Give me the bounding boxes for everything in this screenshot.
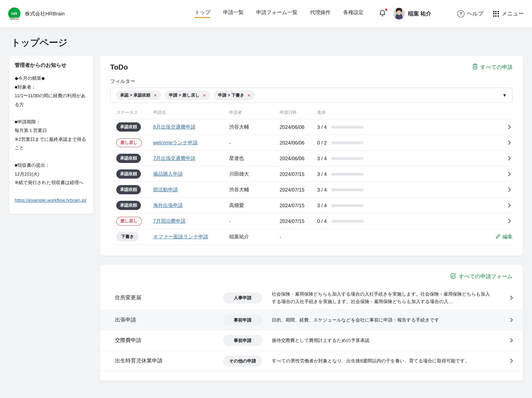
date-cell: 2024/06/06 bbox=[280, 140, 317, 145]
logo-wordmark: HRBrain bbox=[10, 18, 19, 20]
filter-chip-label: 申請 > 下書き bbox=[218, 93, 244, 98]
chevron-right-icon[interactable] bbox=[508, 294, 515, 301]
filter-chip-label: 申請 > 差し戻し bbox=[169, 93, 200, 98]
todo-row: 差し戻し7月宿泊費申請-2024/07/150 / 4 bbox=[110, 213, 513, 229]
edit-link[interactable]: 編集 bbox=[496, 234, 513, 240]
progress-text: 3 / 4 bbox=[317, 203, 327, 208]
nav-tab-proxy[interactable]: 代理操作 bbox=[310, 9, 330, 18]
applicant-cell: 渋谷大輔 bbox=[229, 187, 280, 193]
row-action-cell bbox=[508, 294, 515, 301]
applicant-cell: 星達也 bbox=[229, 155, 280, 162]
request-link[interactable]: 部活動申請 bbox=[153, 187, 178, 192]
row-action-cell bbox=[506, 155, 513, 162]
announcement-link[interactable]: https://example.workflow.hrbrain.jp/ bbox=[15, 196, 88, 205]
status-cell: 差し戻し bbox=[110, 138, 153, 147]
form-row[interactable]: 住所変更届人事申請社会保険・雇用保険どちらも加入する場合の入社手続きを実施します… bbox=[100, 286, 523, 310]
status-cell: 差し戻し bbox=[110, 217, 153, 225]
chevron-right-icon[interactable] bbox=[508, 358, 515, 364]
close-x-icon[interactable]: ✕ bbox=[154, 93, 157, 97]
progress-bar bbox=[331, 188, 364, 191]
request-link[interactable]: 備品購入申請 bbox=[153, 171, 183, 177]
form-description: 社会保険・雇用保険どちらも加入する場合の入社手続きを実施します。社会保険・雇用保… bbox=[268, 290, 501, 305]
request-link[interactable]: オファー面談ランチ申請 bbox=[153, 234, 208, 239]
progress-bar bbox=[331, 220, 364, 222]
progress-text: 3 / 4 bbox=[317, 124, 327, 130]
help-button[interactable]: ? ヘルプ bbox=[457, 10, 484, 17]
chevron-right-icon[interactable] bbox=[506, 139, 513, 146]
todo-title: ToDo bbox=[110, 63, 128, 71]
progress-bar bbox=[331, 125, 364, 128]
chevron-right-icon[interactable] bbox=[506, 202, 513, 209]
notification-bell-button[interactable] bbox=[378, 9, 387, 19]
nav-tab-applications[interactable]: 申請一覧 bbox=[223, 9, 244, 18]
column-header: 申請日時 bbox=[280, 110, 317, 116]
status-badge: 差し戻し bbox=[116, 138, 142, 147]
request-link[interactable]: 7月出張交通費申請 bbox=[153, 155, 196, 161]
status-badge: 下書き bbox=[116, 232, 139, 242]
help-label: ヘルプ bbox=[467, 10, 484, 17]
announcement-card: 管理者からのお知らせ ◆今月の精算◆■対象者：11/1〜11/30の間に経費の利… bbox=[9, 56, 94, 214]
nav-tab-application-forms[interactable]: 申請フォーム一覧 bbox=[256, 9, 298, 18]
form-category-badge: 事前申請 bbox=[223, 315, 262, 325]
request-name-cell: welcomeランチ申請 bbox=[153, 139, 229, 146]
progress-text: 3 / 4 bbox=[317, 171, 327, 177]
form-description: すべての男性労働者が対象となり、出生後8週間以内の子を養い、育てる場合に取得可能… bbox=[268, 357, 501, 365]
form-row[interactable]: 出生時育児休業申請その他の申請すべての男性労働者が対象となり、出生後8週間以内の… bbox=[100, 351, 523, 371]
applicant-cell: 川田雄大 bbox=[229, 171, 280, 177]
pencil-icon bbox=[496, 234, 501, 240]
chevron-right-icon[interactable] bbox=[506, 124, 513, 130]
close-x-icon[interactable]: ✕ bbox=[247, 93, 251, 97]
announcement-line: ※2営業日までに最終承認まで得ること bbox=[15, 135, 88, 152]
chevron-right-icon[interactable] bbox=[508, 317, 515, 323]
chevron-right-icon[interactable] bbox=[506, 155, 513, 162]
filter-chip: 申請 > 差し戻し✕ bbox=[165, 90, 210, 100]
request-name-cell: 部活動申請 bbox=[153, 187, 229, 193]
filter-bar[interactable]: 承認 > 承認依頼✕申請 > 差し戻し✕申請 > 下書き✕ ▼ bbox=[110, 88, 513, 103]
todo-row: 下書きオファー面談ランチ申請稲葉祐介-編集 bbox=[110, 229, 513, 245]
todo-row: 差し戻しwelcomeランチ申請-2024/06/060 / 2 bbox=[110, 135, 513, 151]
form-row[interactable]: 交際費申請事前申請接待交際費として費用計上するための予算承認 bbox=[100, 330, 523, 351]
column-header: 申請名 bbox=[153, 110, 229, 116]
status-badge: 承認依頼 bbox=[116, 185, 141, 194]
close-x-icon[interactable]: ✕ bbox=[203, 93, 206, 97]
all-applications-link[interactable]: すべての申請 bbox=[472, 63, 513, 71]
chevron-right-icon[interactable] bbox=[508, 337, 515, 344]
request-link[interactable]: 海外出張申請 bbox=[153, 202, 183, 208]
announcement-line: 12月2日(火) bbox=[15, 170, 88, 178]
status-cell: 承認依頼 bbox=[110, 169, 153, 179]
forms-card: すべての申請フォーム 住所変更届人事申請社会保険・雇用保険どちらも加入する場合の… bbox=[100, 265, 523, 381]
menu-label: メニュー bbox=[502, 10, 524, 17]
chevron-right-icon[interactable] bbox=[506, 187, 513, 193]
user-menu[interactable]: 稲葉 祐介 bbox=[393, 8, 431, 19]
hrbrain-logo[interactable]: HR HRBrain 株式会社HRBrain bbox=[8, 7, 65, 20]
caret-down-icon[interactable]: ▼ bbox=[502, 93, 507, 98]
request-link[interactable]: welcomeランチ申請 bbox=[153, 140, 198, 145]
all-forms-link[interactable]: すべての申請フォーム bbox=[450, 273, 513, 281]
announcement-line bbox=[15, 109, 88, 118]
company-name: 株式会社HRBrain bbox=[25, 10, 65, 17]
request-name-cell: 海外出張申請 bbox=[153, 202, 229, 209]
applicant-cell: - bbox=[229, 140, 280, 145]
status-cell: 下書き bbox=[110, 232, 153, 242]
request-name-cell: 備品購入申請 bbox=[153, 171, 229, 177]
chevron-right-icon[interactable] bbox=[506, 171, 513, 177]
nav-tab-top[interactable]: トップ bbox=[195, 9, 210, 18]
date-cell: 2024/07/15 bbox=[280, 203, 317, 208]
logo-circle-icon: HR HRBrain bbox=[8, 7, 20, 20]
menu-button[interactable]: メニュー bbox=[493, 10, 524, 17]
column-header: 進捗 bbox=[317, 110, 500, 116]
progress-cell: 3 / 4 bbox=[317, 187, 500, 192]
progress-text: 3 / 4 bbox=[317, 187, 327, 192]
filter-label: フィルター bbox=[110, 78, 513, 85]
form-row[interactable]: 出張申請事前申請目的、期間、経費、スケジュールなどを会社に事前に申請・報告する手… bbox=[100, 310, 523, 330]
request-link[interactable]: 7月宿泊費申請 bbox=[153, 218, 186, 224]
user-name: 稲葉 祐介 bbox=[408, 10, 431, 17]
chevron-right-icon[interactable] bbox=[506, 218, 513, 224]
main-column: ToDo すべての申請 フィルター 承認 > 承認依頼✕申請 > 差し戻し✕申請… bbox=[100, 56, 523, 381]
status-badge: 差し戻し bbox=[116, 217, 142, 225]
request-link[interactable]: 8月出張交通費申請 bbox=[153, 124, 196, 130]
row-action-cell bbox=[508, 337, 515, 344]
nav-tab-settings[interactable]: 各種設定 bbox=[343, 9, 364, 18]
date-cell: 2024/07/15 bbox=[280, 171, 317, 177]
todo-table-header: ステータス申請名申請者申請日時進捗 bbox=[110, 110, 513, 119]
